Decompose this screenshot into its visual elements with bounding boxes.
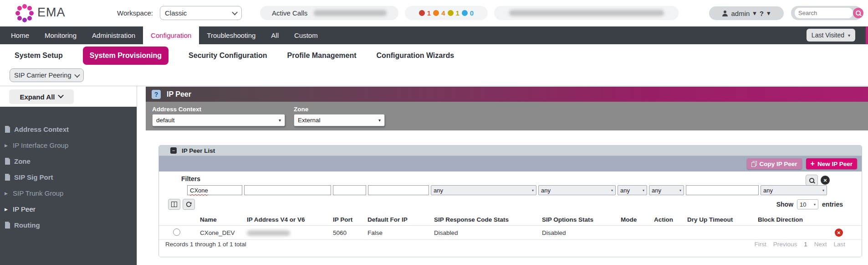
chevron-down-icon: ▾ xyxy=(822,188,824,192)
col-dry-up-timeout: Dry Up Timeout xyxy=(687,213,758,226)
document-icon xyxy=(5,158,10,165)
page-size-control: Show 10 ▾ entries xyxy=(776,199,843,209)
cell-action xyxy=(654,226,687,240)
copy-ip-peer-button[interactable]: Copy IP Peer xyxy=(747,158,802,169)
system-info-redacted xyxy=(509,10,664,16)
cell-mode xyxy=(621,226,654,240)
filter-ip-port-input[interactable] xyxy=(333,185,366,195)
search-input[interactable] xyxy=(795,8,853,18)
cell-block-direction xyxy=(758,226,834,240)
column-settings-button[interactable] xyxy=(168,199,180,210)
chevron-down-icon: ▾ xyxy=(643,188,644,192)
workspace-select[interactable]: Classic xyxy=(160,6,242,20)
filter-default-for-ip-input[interactable] xyxy=(368,185,429,195)
sidebar-item-sip-trunk-group[interactable]: ▶ SIP Trunk Group xyxy=(0,185,137,201)
sidebar-item-label: Routing xyxy=(14,221,40,229)
sidebar-item-sip-sig-port[interactable]: SIP Sig Port xyxy=(0,169,137,185)
help-menu-label[interactable]: ? xyxy=(760,10,764,17)
sidebar-item-label: IP Interface Group xyxy=(13,141,68,149)
col-action: Action xyxy=(654,213,687,226)
page-previous[interactable]: Previous xyxy=(773,241,797,248)
nav-item-custom[interactable]: Custom xyxy=(286,26,326,44)
filter-action-select[interactable]: any▾ xyxy=(649,185,684,195)
filter-name-input[interactable]: CXone xyxy=(187,185,242,195)
alarm-info-count: 0 xyxy=(470,9,474,17)
chevron-down-icon: ▾ xyxy=(814,203,816,207)
nav-item-administration[interactable]: Administration xyxy=(84,26,143,44)
expand-all-button[interactable]: Expand All xyxy=(9,89,74,104)
col-select xyxy=(159,213,200,226)
nav-item-configuration[interactable]: Configuration xyxy=(143,26,199,44)
document-icon xyxy=(5,126,10,133)
filter-ip-address-input[interactable] xyxy=(244,185,331,195)
last-visited-button[interactable]: Last Visited ▾ xyxy=(807,29,855,42)
expand-arrow-icon[interactable]: ▶ xyxy=(5,143,9,148)
collapse-icon[interactable]: − xyxy=(170,147,177,154)
global-search xyxy=(791,6,862,20)
sidebar-item-ip-peer[interactable]: ▶ IP Peer xyxy=(0,201,137,217)
tab-system-setup[interactable]: System Setup xyxy=(15,52,63,60)
page-first[interactable]: First xyxy=(754,241,766,248)
expand-arrow-icon[interactable]: ▶ xyxy=(5,207,9,212)
sidebar-item-zone[interactable]: Zone xyxy=(0,153,137,169)
address-context-value: default xyxy=(156,117,175,124)
active-calls-label: Active Calls xyxy=(272,9,307,17)
tab-configuration-wizards[interactable]: Configuration Wizards xyxy=(377,52,454,60)
col-ip-port: IP Port xyxy=(333,213,368,226)
last-visited-label: Last Visited xyxy=(812,31,844,39)
sidebar-item-routing[interactable]: Routing xyxy=(0,217,137,233)
tab-profile-management[interactable]: Profile Management xyxy=(287,52,357,60)
filter-search-button[interactable] xyxy=(806,175,818,186)
tab-security-configuration[interactable]: Security Configuration xyxy=(189,52,267,60)
page-size-select[interactable]: 10 ▾ xyxy=(797,199,818,209)
nav-item-monitoring[interactable]: Monitoring xyxy=(37,26,84,44)
workspace-label: Workspace: xyxy=(117,9,153,17)
new-ip-peer-label: New IP Peer xyxy=(817,161,853,167)
filter-clear-button[interactable]: ✕ xyxy=(821,176,830,185)
page-number[interactable]: 1 xyxy=(804,241,807,248)
expand-arrow-icon[interactable]: ▶ xyxy=(5,191,9,196)
search-button[interactable] xyxy=(853,8,863,18)
refresh-button[interactable] xyxy=(183,199,195,210)
new-ip-peer-button[interactable]: + New IP Peer xyxy=(806,158,857,169)
scope-select[interactable]: SIP Carrier Peering xyxy=(10,68,84,82)
zone-select[interactable]: External ▾ xyxy=(294,114,385,126)
filters-row: CXone any▾ any▾ any▾ any▾ any▾ xyxy=(187,185,827,195)
tab-system-provisioning[interactable]: System Provisioning xyxy=(83,47,168,65)
zone-label: Zone xyxy=(294,106,308,113)
filter-sip-response-select[interactable]: any▾ xyxy=(431,185,536,195)
divider xyxy=(0,86,868,86)
nav-item-troubleshooting[interactable]: Troubleshooting xyxy=(199,26,263,44)
user-menu[interactable]: admin ▾ ? ▾ xyxy=(709,6,784,20)
columns-icon xyxy=(171,202,177,207)
filter-name-value: CXone xyxy=(190,187,208,194)
sidebar-item-address-context[interactable]: Address Context xyxy=(0,121,137,137)
chevron-down-icon: ▾ xyxy=(753,9,756,17)
sidebar-item-ip-interface-group[interactable]: ▶ IP Interface Group xyxy=(0,137,137,153)
nav-edge-accent xyxy=(866,26,868,44)
search-icon xyxy=(809,178,814,183)
address-context-label: Address Context xyxy=(152,106,201,113)
page-header: ? IP Peer xyxy=(146,87,868,102)
page-next[interactable]: Next xyxy=(814,241,827,248)
cell-sip-options-stats: Disabled xyxy=(542,226,621,240)
panel-body: Filters ✕ CXone any▾ any▾ any▾ any▾ any▾ xyxy=(159,171,862,257)
cell-ip-port: 5060 xyxy=(333,226,368,240)
nav-item-all[interactable]: All xyxy=(263,26,286,44)
filter-mode-select[interactable]: any▾ xyxy=(618,185,647,195)
alarm-summary[interactable]: 1 4 1 0 xyxy=(405,6,488,20)
filter-dry-up-timeout-input[interactable] xyxy=(686,185,759,195)
workspace-selected-value: Classic xyxy=(165,9,187,17)
filter-block-direction-select[interactable]: any▾ xyxy=(761,185,827,195)
chevron-down-icon: ▾ xyxy=(767,9,771,17)
filter-sip-options-select[interactable]: any▾ xyxy=(538,185,616,195)
row-select-radio[interactable] xyxy=(173,229,180,236)
expand-all-label: Expand All xyxy=(20,93,55,101)
alarm-major-icon xyxy=(433,10,439,16)
help-icon[interactable]: ? xyxy=(152,90,161,99)
address-context-select[interactable]: default ▾ xyxy=(152,114,285,126)
nav-item-home[interactable]: Home xyxy=(0,26,37,44)
page-last[interactable]: Last xyxy=(833,241,845,248)
delete-row-button[interactable]: ✕ xyxy=(835,229,843,237)
pagination: First Previous 1 Next Last xyxy=(754,241,845,248)
